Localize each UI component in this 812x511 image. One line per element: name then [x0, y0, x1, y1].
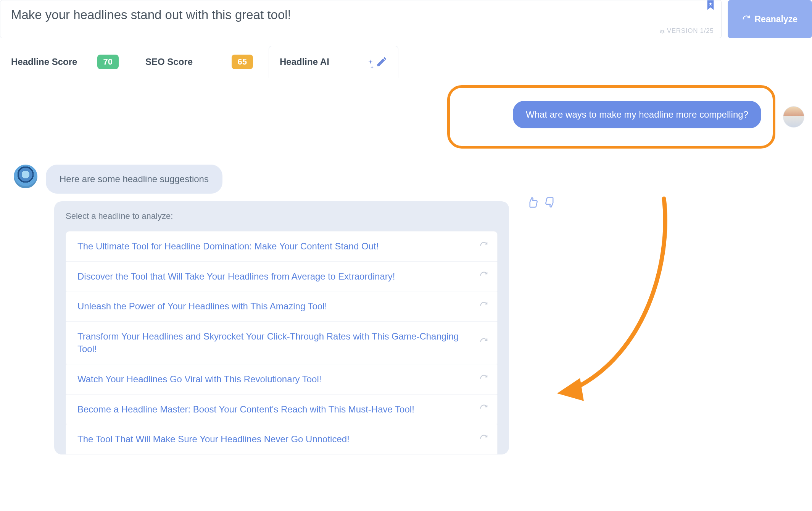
suggestion-item[interactable]: Become a Headline Master: Boost Your Con…	[66, 394, 498, 425]
reanalyze-button[interactable]: Reanalyze	[728, 0, 812, 38]
refresh-icon[interactable]	[480, 434, 488, 444]
refresh-icon[interactable]	[480, 374, 488, 384]
svg-marker-3	[557, 378, 584, 401]
suggestion-item[interactable]: Discover the Tool that Will Take Your He…	[66, 261, 498, 292]
score-badge: 65	[232, 55, 253, 69]
feedback-buttons	[527, 197, 556, 210]
suggestion-text: Become a Headline Master: Boost Your Con…	[77, 403, 414, 416]
suggestion-text: The Ultimate Tool for Headline Dominatio…	[77, 240, 379, 253]
suggestions-panel: Select a headline to analyze: The Ultima…	[54, 201, 509, 454]
suggestion-text: Unleash the Power of Your Headlines with…	[77, 300, 327, 313]
thumbs-down-icon[interactable]	[545, 197, 556, 210]
refresh-icon[interactable]	[480, 271, 488, 281]
score-badge: 70	[97, 55, 119, 69]
suggestion-item[interactable]: Transform Your Headlines and Skyrocket Y…	[66, 321, 498, 364]
headline-text: Make your headlines stand out with this …	[11, 7, 291, 23]
suggestion-text: The Tool That Will Make Sure Your Headli…	[77, 433, 350, 446]
tab-headline-score[interactable]: Headline Score 70	[0, 46, 130, 78]
suggestion-text: Transform Your Headlines and Skyrocket Y…	[77, 330, 463, 356]
annotation-arrow-icon	[549, 195, 687, 401]
suggestion-list: The Ultimate Tool for Headline Dominatio…	[66, 229, 498, 454]
refresh-icon[interactable]	[480, 241, 488, 251]
svg-marker-2	[371, 66, 374, 69]
svg-marker-1	[368, 60, 373, 64]
suggestion-text: Watch Your Headlines Go Viral with This …	[77, 373, 321, 386]
header-bar: Make your headlines stand out with this …	[0, 0, 812, 38]
bot-message-row: Here are some headline suggestions	[0, 165, 812, 194]
reanalyze-label: Reanalyze	[754, 14, 798, 24]
tab-seo-score[interactable]: SEO Score 65	[134, 46, 264, 78]
tab-headline-ai[interactable]: Headline AI	[269, 46, 398, 78]
suggestion-item[interactable]: The Ultimate Tool for Headline Dominatio…	[66, 231, 498, 262]
headline-input[interactable]: Make your headlines stand out with this …	[0, 0, 722, 38]
tab-label: Headline AI	[280, 57, 329, 67]
suggestions-prompt: Select a headline to analyze:	[66, 211, 498, 221]
bookmark-icon[interactable]	[707, 0, 714, 11]
user-message-bubble: What are ways to make my headline more c…	[513, 101, 761, 128]
annotation-highlight: What are ways to make my headline more c…	[447, 85, 775, 149]
tabs-row: Headline Score 70 SEO Score 65 Headline …	[0, 46, 812, 78]
refresh-icon[interactable]	[480, 338, 488, 348]
magic-pencil-icon	[374, 56, 387, 68]
suggestion-item[interactable]: The Tool That Will Make Sure Your Headli…	[66, 424, 498, 454]
tab-label: Headline Score	[11, 57, 77, 67]
refresh-icon[interactable]	[480, 301, 488, 311]
version-indicator: VERSION 1/25	[659, 27, 714, 35]
thumbs-up-icon[interactable]	[527, 197, 538, 210]
suggestion-item[interactable]: Unleash the Power of Your Headlines with…	[66, 291, 498, 322]
bot-message-bubble: Here are some headline suggestions	[46, 165, 222, 194]
bot-avatar-icon	[14, 165, 37, 188]
tab-label: SEO Score	[145, 57, 193, 67]
refresh-icon[interactable]	[480, 404, 488, 414]
user-avatar[interactable]	[783, 106, 804, 128]
user-message-row: What are ways to make my headline more c…	[0, 85, 812, 149]
suggestion-item[interactable]: Watch Your Headlines Go Viral with This …	[66, 364, 498, 395]
chat-area: What are ways to make my headline more c…	[0, 78, 812, 454]
suggestion-text: Discover the Tool that Will Take Your He…	[77, 270, 395, 283]
